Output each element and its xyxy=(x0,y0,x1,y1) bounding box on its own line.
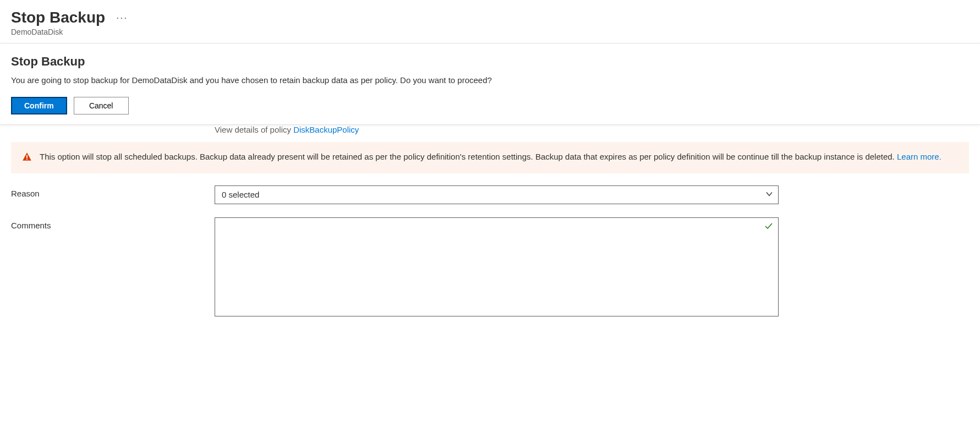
reason-label: Reason xyxy=(11,185,215,198)
dialog-title: Stop Backup xyxy=(11,54,969,69)
more-options-icon[interactable]: ··· xyxy=(116,12,128,24)
alert-text-2: continue till the backup instance is del… xyxy=(738,152,897,161)
policy-link[interactable]: DiskBackupPolicy xyxy=(293,125,359,134)
confirm-button[interactable]: Confirm xyxy=(11,97,67,114)
page-title: Stop Backup xyxy=(11,9,105,26)
comments-label: Comments xyxy=(11,217,215,230)
comments-textarea[interactable] xyxy=(215,217,779,316)
svg-rect-0 xyxy=(26,155,28,159)
alert-text-1: This option will stop all scheduled back… xyxy=(40,152,738,161)
page-subtitle: DemoDataDisk xyxy=(11,28,969,36)
checkmark-icon xyxy=(764,222,773,232)
warning-alert: This option will stop all scheduled back… xyxy=(11,142,969,173)
policy-details-text: View details of policy DiskBackupPolicy xyxy=(11,125,969,142)
learn-more-link[interactable]: Learn more. xyxy=(897,152,941,161)
dialog-message: You are going to stop backup for DemoDat… xyxy=(11,75,969,85)
reason-dropdown[interactable]: 0 selected xyxy=(215,185,779,204)
cancel-button[interactable]: Cancel xyxy=(74,97,129,114)
svg-rect-1 xyxy=(26,159,28,160)
warning-icon xyxy=(22,152,32,163)
